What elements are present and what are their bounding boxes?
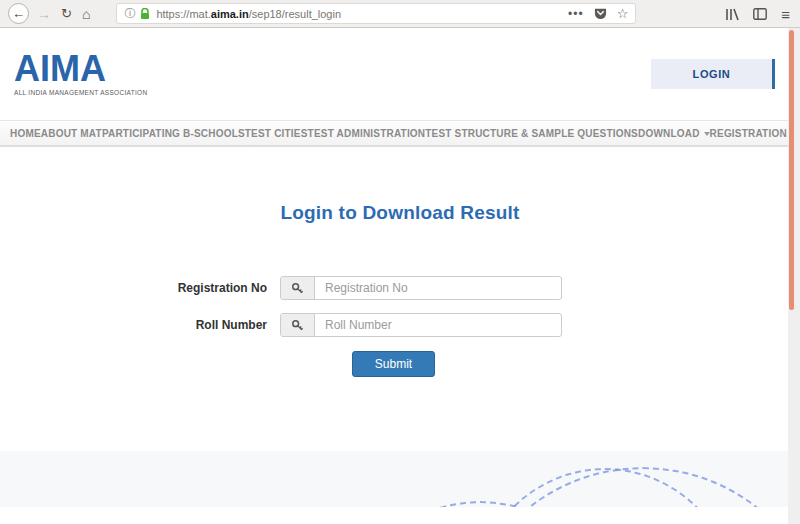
scrollbar-track[interactable]	[788, 28, 800, 524]
registration-no-input-group	[280, 276, 562, 300]
main-nav: HOME ABOUT MAT PARTICIPATING B-SCHOOLS T…	[0, 120, 800, 147]
nav-item-test-structure-sample-questions[interactable]: TEST STRUCTURE & SAMPLE QUESTIONS	[425, 128, 638, 139]
registration-no-row: Registration No	[147, 276, 800, 300]
footer-band	[0, 451, 800, 507]
padlock-icon	[140, 8, 150, 20]
page-title: Login to Download Result	[0, 147, 800, 224]
submit-button[interactable]: Submit	[352, 351, 435, 377]
scrollbar-thumb[interactable]	[789, 30, 794, 310]
back-icon[interactable]: ←	[8, 3, 29, 24]
bookmark-star-icon[interactable]: ☆	[617, 6, 629, 21]
aima-logo[interactable]: AIMA ALL INDIA MANAGEMENT ASSOCIATION	[14, 51, 147, 97]
page-actions-icon[interactable]: •••	[568, 7, 584, 21]
url-prefix: https://mat.	[156, 8, 210, 20]
main-content: Login to Download Result Registration No…	[0, 147, 800, 451]
roll-number-input-group	[280, 313, 562, 337]
site-header: AIMA ALL INDIA MANAGEMENT ASSOCIATION LO…	[0, 28, 800, 120]
reload-icon[interactable]: ↻	[61, 7, 72, 20]
roll-number-label: Roll Number	[147, 318, 267, 332]
nav-item-download-label: DOWNLOAD	[638, 128, 700, 139]
nav-item-test-cities[interactable]: TEST CITIES	[245, 128, 308, 139]
logo-tagline: ALL INDIA MANAGEMENT ASSOCIATION	[14, 90, 147, 97]
nav-item-download[interactable]: DOWNLOAD	[638, 128, 710, 139]
forward-icon[interactable]: →	[37, 7, 51, 21]
dashed-circle-decoration	[458, 467, 800, 507]
url-domain: aima.in	[211, 8, 249, 20]
roll-number-row: Roll Number	[147, 313, 800, 337]
pocket-icon[interactable]	[594, 7, 607, 20]
url-text: https://mat.aima.in/sep18/result_login	[156, 8, 568, 20]
home-icon[interactable]: ⌂	[82, 7, 90, 21]
library-icon[interactable]	[725, 8, 739, 21]
logo-text: AIMA	[14, 51, 147, 87]
key-icon	[281, 277, 315, 299]
nav-item-test-administration[interactable]: TEST ADMINISTRATION	[308, 128, 426, 139]
result-login-form: Registration No Roll Number	[0, 276, 800, 377]
nav-item-about-mat[interactable]: ABOUT MAT	[41, 128, 102, 139]
site-info-icon[interactable]: ⓘ	[124, 6, 135, 21]
sidebar-icon[interactable]	[753, 8, 767, 20]
url-path: /sep18/result_login	[249, 8, 341, 20]
url-bar[interactable]: ⓘ https://mat.aima.in/sep18/result_login…	[116, 3, 636, 24]
roll-number-input[interactable]	[315, 314, 561, 336]
login-button[interactable]: LOGIN	[651, 59, 775, 89]
key-icon	[281, 314, 315, 336]
nav-item-home[interactable]: HOME	[10, 128, 41, 139]
registration-no-input[interactable]	[315, 277, 561, 299]
registration-no-label: Registration No	[147, 281, 267, 295]
nav-item-participating-b-schools[interactable]: PARTICIPATING B-SCHOOLS	[102, 128, 245, 139]
browser-toolbar: ← → ↻ ⌂ ⓘ https://mat.aima.in/sep18/resu…	[0, 0, 800, 28]
menu-icon[interactable]: ≡	[781, 6, 790, 23]
nav-item-registration-guidelines[interactable]: REGISTRATION GUIDELINES	[710, 128, 800, 139]
